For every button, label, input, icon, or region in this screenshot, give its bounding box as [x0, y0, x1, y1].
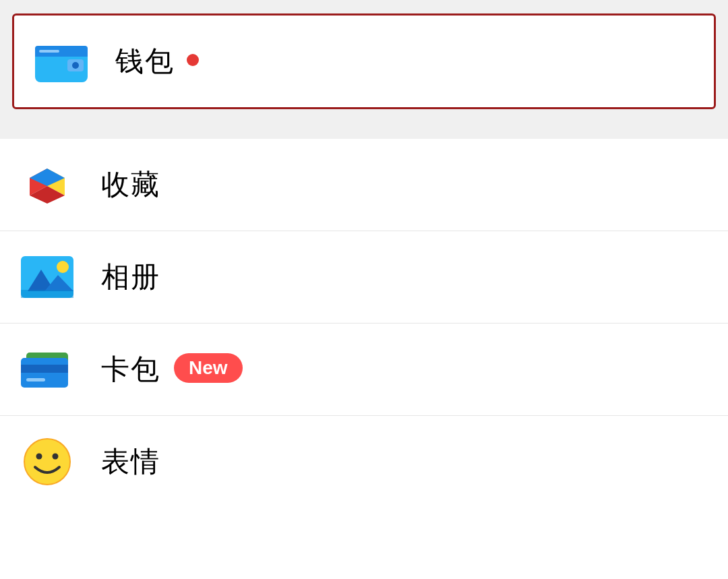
svg-rect-14: [21, 290, 73, 298]
svg-point-4: [72, 62, 79, 69]
new-badge: New: [174, 353, 243, 383]
notification-dot: [187, 54, 199, 66]
emoji-icon-wrapper: [20, 435, 74, 489]
wallet-icon: [35, 40, 88, 82]
photo-icon: [21, 256, 73, 298]
favorites-label: 收藏: [101, 166, 160, 204]
wallet-label: 钱包: [115, 42, 175, 80]
wallet-icon-wrapper: [34, 34, 88, 88]
emoji-label: 表情: [101, 443, 160, 481]
list-container: 收藏 相册: [0, 139, 728, 579]
album-icon-wrapper: [20, 250, 74, 304]
card-wallet-icon-wrapper: [20, 342, 74, 396]
emoji-item[interactable]: 表情: [0, 416, 728, 508]
svg-point-22: [53, 454, 59, 460]
svg-point-21: [36, 454, 42, 460]
wallet-item[interactable]: 钱包: [12, 13, 716, 109]
svg-rect-5: [39, 50, 59, 53]
card-wallet-icon: [21, 348, 73, 390]
album-label: 相册: [101, 258, 160, 296]
cube-icon: [23, 160, 71, 209]
svg-rect-17: [21, 365, 68, 373]
section-divider: [0, 124, 728, 139]
svg-point-13: [57, 261, 69, 273]
page-container: 钱包 收藏: [0, 0, 728, 579]
favorites-item[interactable]: 收藏: [0, 139, 728, 231]
svg-rect-18: [26, 378, 45, 382]
album-item[interactable]: 相册: [0, 231, 728, 324]
svg-rect-2: [35, 53, 88, 57]
card-wallet-item[interactable]: 卡包 New: [0, 324, 728, 416]
favorites-icon-wrapper: [20, 158, 74, 212]
emoji-icon: [23, 437, 71, 486]
card-wallet-label: 卡包: [101, 351, 160, 388]
